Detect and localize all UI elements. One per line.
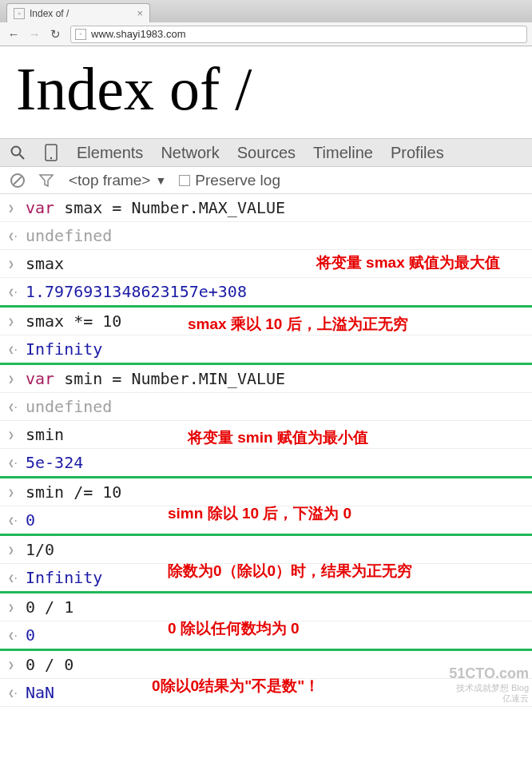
page-icon: ▫ [14,8,25,19]
annotation: 除数为0（除以0）时，结果为正无穷 [168,561,412,582]
tab-elements[interactable]: Elements [75,144,145,162]
console-text: 0 [26,625,35,645]
devtools-tabs: Elements Network Sources Timeline Profil… [0,138,532,167]
console-text: var smax = Number.MAX_VALUE [26,198,285,217]
console-row: ❯smax *= 10smax 乘以 10 后，上溢为正无穷 [0,308,532,335]
console-row: ❮·5e-324 [0,449,532,478]
console-row: ❮·0simn 除以 10 后，下溢为 0 [0,506,532,536]
console-controls: <top frame> ▼ Preserve log [0,167,532,194]
svg-point-3 [50,157,52,159]
filter-icon[interactable] [37,171,56,190]
forward-button[interactable]: → [26,26,43,43]
output-arrow-icon: ❮· [8,629,26,641]
preserve-log-checkbox[interactable] [179,175,190,186]
tab-sources[interactable]: Sources [236,144,297,162]
console-row: ❯smin将变量 smin 赋值为最小值 [0,421,532,449]
site-icon: ▫ [75,29,86,40]
console-text: smax *= 10 [26,312,121,331]
console-row: ❯var smax = Number.MAX_VALUE [0,194,532,222]
console-text: smax [26,254,64,273]
console-text: 5e-324 [26,453,83,472]
input-arrow-icon: ❯ [8,486,26,498]
console-row: ❯smin /= 10 [0,478,532,506]
search-icon[interactable] [8,143,27,162]
input-arrow-icon: ❯ [8,429,26,441]
console-row: ❯1/0 [0,536,532,564]
chevron-down-icon: ▼ [155,174,166,187]
input-arrow-icon: ❯ [8,373,26,385]
console-row: ❮·undefined [0,393,532,421]
console-row: ❯0 / 1 [0,593,532,621]
frame-selector-label: <top frame> [69,172,150,189]
console-text: 1/0 [26,540,54,559]
url-text: www.shayi1983.com [91,28,186,40]
tab-network[interactable]: Network [159,144,220,162]
console-text: 0 / 0 [26,655,73,674]
watermark: 51CTO.com 技术成就梦想 Blog 亿速云 [449,665,529,704]
input-arrow-icon: ❯ [8,659,26,671]
output-arrow-icon: ❮· [8,572,26,584]
browser-tab[interactable]: ▫ Index of / × [6,3,150,22]
svg-line-5 [14,177,22,185]
console-row: ❮·00 除以任何数均为 0 [0,621,532,651]
preserve-log-label: Preserve log [195,172,280,189]
browser-tabbar: ▫ Index of / × [0,0,532,22]
browser-toolbar: ← → ↻ ▫ www.shayi1983.com [0,22,532,46]
reload-button[interactable]: ↻ [46,26,64,43]
device-icon[interactable] [42,143,61,162]
console-text: Infinity [26,339,102,359]
console-row: ❮·1.7976931348623157e+308 [0,278,532,308]
output-arrow-icon: ❮· [8,687,26,699]
console-text: undefined [26,226,112,245]
page-title: Index of / [0,46,532,138]
console-text: 0 / 1 [26,597,73,617]
output-arrow-icon: ❮· [8,514,26,526]
annotation: simn 除以 10 后，下溢为 0 [168,503,351,524]
input-arrow-icon: ❯ [8,544,26,556]
svg-point-0 [12,147,21,156]
tab-profiles[interactable]: Profiles [389,144,446,162]
tab-timeline[interactable]: Timeline [312,144,375,162]
console-text: Infinity [26,568,102,587]
console-row: ❮·Infinity [0,335,532,365]
console-output: ❯var smax = Number.MAX_VALUE❮·undefined将… [0,194,532,707]
console-text: smin /= 10 [26,482,121,502]
console-text: 0 [26,510,35,530]
annotation: 0除以0结果为"不是数"！ [152,676,320,697]
console-text: 1.7976931348623157e+308 [26,282,247,301]
console-row: ❮·Infinity除数为0（除以0）时，结果为正无穷 [0,564,532,593]
output-arrow-icon: ❮· [8,230,26,242]
output-arrow-icon: ❮· [8,343,26,355]
frame-selector[interactable]: <top frame> ▼ [69,172,166,189]
annotation: 将变量 smin 赋值为最小值 [188,427,368,448]
back-button[interactable]: ← [5,26,22,43]
output-arrow-icon: ❮· [8,286,26,298]
input-arrow-icon: ❯ [8,202,26,214]
console-row: ❮·undefined将变量 smax 赋值为最大值 [0,222,532,250]
clear-icon[interactable] [8,171,27,190]
input-arrow-icon: ❯ [8,258,26,270]
svg-line-1 [20,155,25,160]
tab-title: Index of / [30,8,69,19]
console-row: ❯var smin = Number.MIN_VALUE [0,365,532,393]
close-icon[interactable]: × [137,7,143,19]
output-arrow-icon: ❮· [8,401,26,413]
console-text: NaN [26,683,54,702]
input-arrow-icon: ❯ [8,601,26,613]
console-text: undefined [26,397,112,416]
output-arrow-icon: ❮· [8,457,26,469]
annotation: smax 乘以 10 后，上溢为正无穷 [188,314,408,335]
console-row: ❯smax [0,250,532,278]
console-text: smin [26,425,64,444]
input-arrow-icon: ❯ [8,316,26,327]
annotation: 0 除以任何数均为 0 [168,618,300,639]
console-text: var smin = Number.MIN_VALUE [26,369,285,388]
url-bar[interactable]: ▫ www.shayi1983.com [70,26,527,43]
